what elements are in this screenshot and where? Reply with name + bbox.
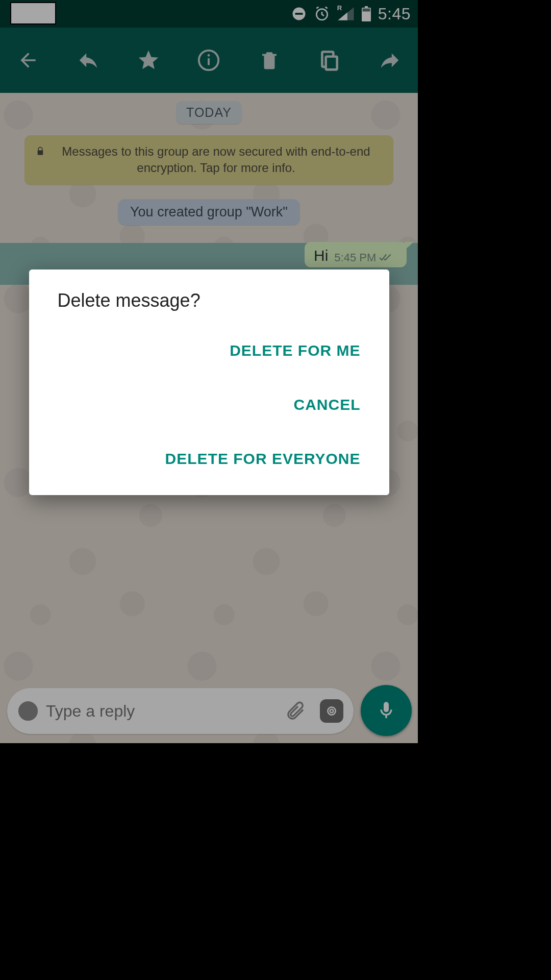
- modal-overlay[interactable]: Delete message? DELETE FOR ME CANCEL DEL…: [0, 0, 418, 743]
- delete-for-everyone-button[interactable]: DELETE FOR EVERYONE: [157, 432, 369, 486]
- dialog-title: Delete message?: [29, 290, 389, 324]
- cancel-button[interactable]: CANCEL: [286, 378, 369, 432]
- delete-for-me-button[interactable]: DELETE FOR ME: [221, 324, 368, 378]
- delete-dialog: Delete message? DELETE FOR ME CANCEL DEL…: [29, 270, 389, 495]
